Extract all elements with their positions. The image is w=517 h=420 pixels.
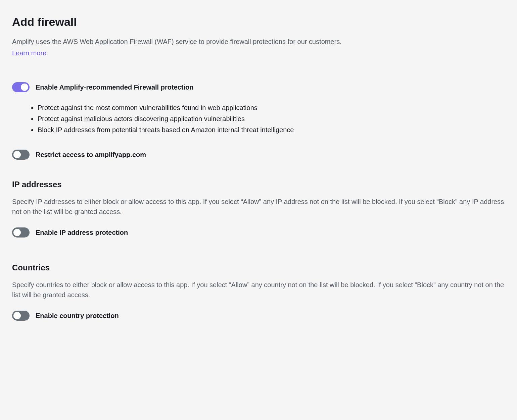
toggle-ip-protection[interactable]: [12, 227, 30, 238]
learn-more-link[interactable]: Learn more: [12, 49, 46, 57]
toggle-restrict-access[interactable]: [12, 150, 30, 160]
ip-addresses-description: Specify IP addresses to either block or …: [12, 197, 505, 217]
toggle-recommended-label: Enable Amplify-recommended Firewall prot…: [36, 82, 193, 92]
page-description: Amplify uses the AWS Web Application Fir…: [12, 37, 505, 47]
toggle-country-label: Enable country protection: [36, 311, 119, 321]
toggle-knob-icon: [13, 151, 21, 158]
toggle-country-protection[interactable]: [12, 311, 30, 321]
toggle-recommended-protection[interactable]: [12, 82, 30, 92]
toggle-ip-label: Enable IP address protection: [36, 227, 128, 238]
toggle-restrict-label: Restrict access to amplifyapp.com: [36, 150, 146, 160]
recommended-bullet-list: Protect against the most common vulnerab…: [38, 102, 505, 136]
list-item: Block IP addresses from potential threat…: [38, 124, 505, 136]
list-item: Protect against the most common vulnerab…: [38, 102, 505, 113]
page-title: Add firewall: [12, 13, 505, 31]
countries-heading: Countries: [12, 262, 505, 274]
toggle-knob-icon: [13, 229, 21, 236]
countries-description: Specify countries to either block or all…: [12, 280, 505, 300]
toggle-knob-icon: [21, 84, 28, 91]
list-item: Protect against malicious actors discove…: [38, 113, 505, 124]
ip-addresses-heading: IP addresses: [12, 178, 505, 191]
toggle-knob-icon: [13, 312, 21, 319]
